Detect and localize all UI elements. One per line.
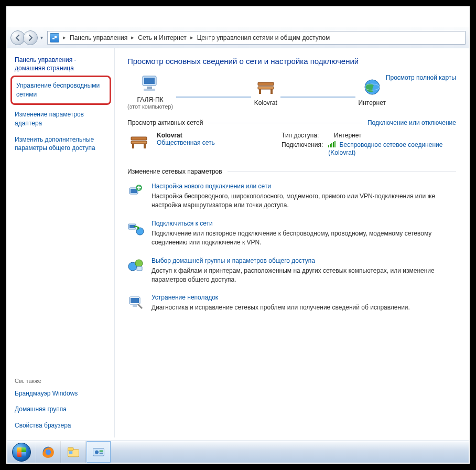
svg-rect-12 xyxy=(131,137,147,140)
svg-rect-22 xyxy=(131,189,137,193)
active-network-type[interactable]: Общественная сеть xyxy=(157,139,215,146)
network-map: ГАЛЯ-ПК (этот компьютер) xyxy=(127,74,386,110)
task-troubleshoot[interactable]: Устранение неполадок Диагностика и испра… xyxy=(127,294,456,312)
taskbar-app-control-panel[interactable] xyxy=(86,441,111,463)
svg-rect-4 xyxy=(147,87,152,89)
new-connection-icon xyxy=(127,183,144,199)
taskbar xyxy=(7,441,469,463)
svg-rect-13 xyxy=(131,141,147,144)
task-title[interactable]: Настройка нового подключения или сети xyxy=(152,183,456,190)
svg-rect-7 xyxy=(258,87,274,89)
active-network-name: Kolovrat xyxy=(157,132,215,139)
main-content: Просмотр основных сведений о сети и наст… xyxy=(115,48,469,437)
svg-rect-32 xyxy=(133,305,137,307)
svg-rect-0 xyxy=(52,38,55,39)
taskbar-app-firefox[interactable] xyxy=(36,441,61,463)
breadcrumb-item[interactable]: Панель управления xyxy=(69,34,128,41)
svg-rect-8 xyxy=(259,89,261,94)
forward-button[interactable] xyxy=(23,30,38,45)
svg-rect-20 xyxy=(334,141,336,147)
sidebar-link-adapter-settings[interactable]: Изменение параметров адаптера xyxy=(15,110,107,128)
sidebar-home-link[interactable]: Панель управления - домашняя страница xyxy=(15,56,107,72)
task-new-connection[interactable]: Настройка нового подключения или сети На… xyxy=(127,183,456,210)
chevron-right-icon: ▸ xyxy=(128,34,137,41)
svg-rect-29 xyxy=(137,266,142,271)
full-map-link[interactable]: Просмотр полной карты xyxy=(386,74,456,81)
see-also-homegroup[interactable]: Домашняя группа xyxy=(15,405,107,414)
chevron-right-icon: ▸ xyxy=(60,34,69,41)
history-dropdown[interactable]: ▾ xyxy=(38,30,45,45)
signal-bars-icon xyxy=(328,141,336,149)
taskbar-app-explorer[interactable] xyxy=(61,441,86,463)
see-also-label: См. также xyxy=(15,378,107,384)
breadcrumb-item[interactable]: Сеть и Интернет xyxy=(137,34,187,41)
task-title[interactable]: Устранение неполадок xyxy=(152,294,410,301)
task-desc: Настройка беспроводного, широкополосного… xyxy=(152,192,456,210)
task-title[interactable]: Выбор домашней группы и параметров общег… xyxy=(152,257,456,264)
task-desc: Доступ к файлам и принтерам, расположенн… xyxy=(152,266,456,285)
bench-icon xyxy=(127,132,150,153)
task-desc: Диагностика и исправление сетевых пробле… xyxy=(152,303,410,312)
breadcrumb[interactable]: ▸ Панель управления ▸ Сеть и Интернет ▸ … xyxy=(47,31,466,45)
svg-rect-3 xyxy=(144,78,155,84)
svg-rect-36 xyxy=(68,447,74,450)
homegroup-icon xyxy=(127,257,144,274)
svg-rect-41 xyxy=(100,452,103,454)
svg-rect-16 xyxy=(328,145,329,147)
connections-label: Подключения: xyxy=(282,141,328,156)
bench-icon xyxy=(255,77,277,97)
access-type-label: Тип доступа: xyxy=(282,132,334,139)
chevron-right-icon: ▸ xyxy=(188,34,196,41)
breadcrumb-item[interactable]: Центр управления сетями и общим доступом xyxy=(196,34,331,41)
svg-rect-17 xyxy=(330,144,331,147)
svg-rect-19 xyxy=(333,142,334,147)
globe-icon xyxy=(361,77,383,97)
sidebar-link-wireless-networks[interactable]: Управление беспроводными сетями xyxy=(16,81,105,99)
task-connect-network[interactable]: Подключиться к сети Подключение или повт… xyxy=(127,220,456,248)
svg-rect-15 xyxy=(144,144,146,148)
pc-icon xyxy=(139,74,161,94)
active-network: Kolovrat Общественная сеть Тип доступа: … xyxy=(127,132,456,158)
see-also-firewall[interactable]: Брандмауэр Windows xyxy=(15,389,107,398)
troubleshoot-icon xyxy=(127,294,144,311)
task-desc: Подключение или повторное подключение к … xyxy=(152,229,456,248)
network-icon xyxy=(50,33,59,42)
svg-point-28 xyxy=(135,260,143,267)
svg-point-39 xyxy=(95,450,99,454)
sidebar: Панель управления - домашняя страница Уп… xyxy=(7,48,115,437)
connect-network-icon xyxy=(127,220,144,237)
page-title: Просмотр основных сведений о сети и наст… xyxy=(127,57,456,66)
active-networks-label: Просмотр активных сетей xyxy=(127,119,203,126)
svg-rect-37 xyxy=(69,451,72,454)
svg-point-34 xyxy=(46,449,51,455)
access-type-value: Интернет xyxy=(334,132,361,139)
svg-rect-9 xyxy=(271,89,273,94)
connection-link[interactable]: Беспроводное сетевое соединение (Kolovra… xyxy=(328,141,442,156)
change-settings-label: Изменение сетевых параметров xyxy=(127,168,222,175)
svg-rect-14 xyxy=(132,144,134,148)
svg-rect-6 xyxy=(258,82,274,86)
node-network-name: Kolovrat xyxy=(254,99,277,106)
connect-disconnect-link[interactable]: Подключение или отключение xyxy=(367,119,456,126)
task-title[interactable]: Подключиться к сети xyxy=(152,220,456,227)
svg-rect-40 xyxy=(100,450,103,452)
svg-rect-5 xyxy=(144,89,155,91)
start-button[interactable] xyxy=(7,441,36,463)
svg-rect-1 xyxy=(55,36,57,38)
see-also-browser-props[interactable]: Свойства браузера xyxy=(15,421,107,430)
node-pc-sub: (этот компьютер) xyxy=(127,103,173,110)
sidebar-link-advanced-sharing[interactable]: Изменить дополнительные параметры общего… xyxy=(15,135,107,153)
address-bar: ▾ ▸ Панель управления ▸ Сеть и Интернет … xyxy=(7,27,469,48)
svg-rect-31 xyxy=(131,298,139,303)
node-pc-name: ГАЛЯ-ПК xyxy=(127,96,173,103)
svg-rect-18 xyxy=(331,143,332,147)
node-internet-name: Интернет xyxy=(359,99,386,106)
task-homegroup[interactable]: Выбор домашней группы и параметров общег… xyxy=(127,257,456,285)
